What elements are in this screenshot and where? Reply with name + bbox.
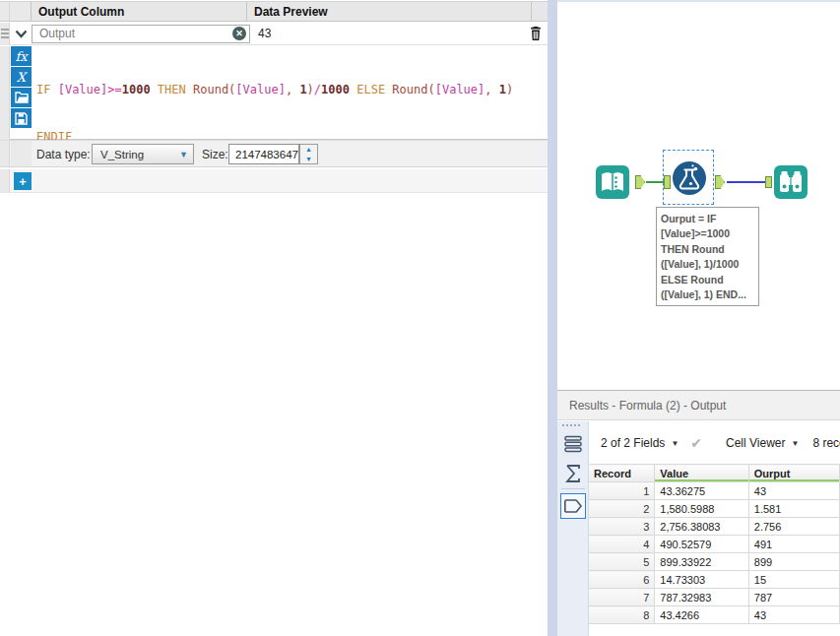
table-cell[interactable]: 5: [589, 553, 655, 571]
table-cell[interactable]: 14.73303: [655, 571, 749, 589]
expression-row: Output ✕ 43: [0, 23, 548, 45]
output-column-name-value: Output: [39, 27, 232, 40]
chevron-down-icon: ▼: [179, 150, 188, 159]
table-cell[interactable]: 3: [589, 518, 655, 536]
output-column-name-input[interactable]: Output ✕: [32, 25, 250, 43]
table-cell[interactable]: 43: [748, 606, 839, 624]
open-folder-icon: [15, 92, 29, 103]
add-expression-button[interactable]: +: [14, 172, 32, 190]
chevron-down-icon[interactable]: ▼: [671, 439, 678, 448]
input-data-tool[interactable]: [596, 165, 629, 199]
table-cell[interactable]: 2: [589, 500, 655, 518]
table-row[interactable]: 143.3627543: [589, 482, 840, 500]
table-cell[interactable]: 8: [589, 606, 655, 624]
add-expression-row: +: [0, 169, 548, 193]
clear-icon[interactable]: ✕: [232, 27, 246, 40]
table-row[interactable]: 843.426643: [589, 606, 840, 624]
results-panel: Results - Formula (2) - Output: [557, 390, 840, 636]
input-tool-output-anchor[interactable]: [635, 175, 645, 189]
table-cell[interactable]: 7: [589, 589, 655, 606]
results-side-toolbar: [557, 421, 589, 636]
flask-icon: [672, 160, 707, 196]
sigma-icon: [564, 464, 582, 483]
editor-gutter: [0, 46, 10, 140]
tag-icon: [563, 497, 583, 515]
collapse-expression-button[interactable]: [10, 23, 32, 45]
datatype-dropdown[interactable]: V_String ▼: [92, 144, 194, 164]
browse-tool-input-anchor[interactable]: [765, 176, 772, 188]
table-row[interactable]: 5899.33922899: [589, 553, 840, 571]
metadata-view-button[interactable]: [562, 433, 584, 455]
trash-icon: [529, 26, 543, 41]
stepper-down-icon[interactable]: ▼: [300, 155, 317, 164]
table-cell[interactable]: 491: [748, 536, 839, 553]
results-table-body: 143.362754321,580.59881.58132,756.380832…: [589, 482, 840, 624]
variable-x-icon: X: [17, 70, 26, 85]
table-cell[interactable]: 787.32983: [655, 589, 749, 606]
column-header[interactable]: Value: [655, 465, 749, 482]
table-cell[interactable]: 490.52579: [655, 536, 749, 553]
table-cell[interactable]: 1,580.5988: [655, 500, 749, 518]
binoculars-icon: [774, 165, 808, 199]
formula-tool-input-anchor[interactable]: [664, 175, 671, 189]
formula-tool-output-anchor[interactable]: [715, 175, 725, 189]
column-header[interactable]: Record: [589, 465, 655, 482]
table-row[interactable]: 614.7330315: [589, 571, 840, 589]
formula-annotation[interactable]: Ourput = IF[Value]>=1000THEN Round([Valu…: [656, 207, 759, 306]
save-expression-button[interactable]: [11, 108, 32, 128]
data-view-button-selected[interactable]: [560, 493, 586, 519]
table-cell[interactable]: 1: [589, 482, 655, 500]
output-column-header: Output Column: [32, 2, 247, 21]
chevron-down-icon[interactable]: ▼: [792, 439, 800, 448]
column-header[interactable]: Ourput: [748, 465, 839, 482]
datatype-value: V_String: [100, 149, 179, 160]
editor-toolbar: fx X: [11, 46, 32, 129]
table-cell[interactable]: 43.36275: [655, 482, 749, 500]
header-spacer: [10, 2, 32, 21]
annotation-line: ELSE Round: [661, 273, 754, 287]
browse-tool[interactable]: [774, 165, 808, 199]
fields-dropdown[interactable]: 2 of 2 Fields: [601, 436, 665, 450]
data-preview-header: Data Preview: [247, 2, 532, 21]
grip-dots-icon[interactable]: [562, 424, 580, 426]
table-cell[interactable]: 899.33922: [655, 553, 749, 571]
panel-splitter[interactable]: [548, 0, 557, 636]
table-cell[interactable]: 43.4266: [655, 606, 749, 624]
cell-viewer-dropdown[interactable]: Cell Viewer: [726, 436, 785, 450]
open-expression-button[interactable]: [11, 88, 32, 107]
profile-view-button[interactable]: [562, 463, 584, 484]
variables-button[interactable]: X: [11, 67, 32, 87]
table-cell[interactable]: 15: [748, 571, 839, 589]
table-row[interactable]: 32,756.380832.756: [589, 518, 840, 536]
table-cell[interactable]: 899: [748, 553, 839, 571]
size-value: 2147483647: [235, 149, 298, 160]
table-row[interactable]: 21,580.59881.581: [589, 500, 840, 518]
functions-button[interactable]: fx: [11, 46, 32, 66]
apply-checkmark-icon[interactable]: ✔: [690, 435, 702, 451]
connection-input-to-formula[interactable]: [646, 181, 664, 183]
table-cell[interactable]: 43: [748, 482, 839, 500]
table-row[interactable]: 4490.52579491: [589, 536, 840, 553]
formula-line-1: IF [Value]>=1000 THEN Round([Value], 1)/…: [36, 82, 513, 97]
table-cell[interactable]: 787: [748, 589, 839, 606]
workflow-canvas[interactable]: Ourput = IF[Value]>=1000THEN Round([Valu…: [557, 0, 840, 390]
expression-editor[interactable]: fx X IF [Value]>=1000 THE: [0, 46, 548, 140]
record-count-label: 8 records: [812, 436, 840, 450]
table-cell[interactable]: 6: [589, 571, 655, 589]
size-stepper: ▲ ▼: [299, 144, 318, 164]
annotation-line: THEN Round: [661, 242, 754, 257]
stepper-up-icon[interactable]: ▲: [300, 145, 317, 155]
table-cell[interactable]: 1.581: [748, 500, 839, 518]
delete-expression-button[interactable]: [524, 26, 548, 41]
size-input[interactable]: 2147483647: [228, 144, 299, 164]
header-rest: [532, 2, 548, 21]
table-row[interactable]: 7787.32983787: [589, 589, 840, 606]
drag-handle[interactable]: [0, 23, 10, 45]
connection-formula-to-browse[interactable]: [727, 181, 765, 183]
data-preview-value: 43: [250, 27, 524, 40]
table-cell[interactable]: 2,756.38083: [655, 518, 749, 536]
table-cell[interactable]: 4: [589, 536, 655, 553]
table-cell[interactable]: 2.756: [748, 518, 839, 536]
formula-tool[interactable]: [672, 160, 705, 194]
results-title: Results - Formula (2) - Output: [557, 391, 840, 420]
